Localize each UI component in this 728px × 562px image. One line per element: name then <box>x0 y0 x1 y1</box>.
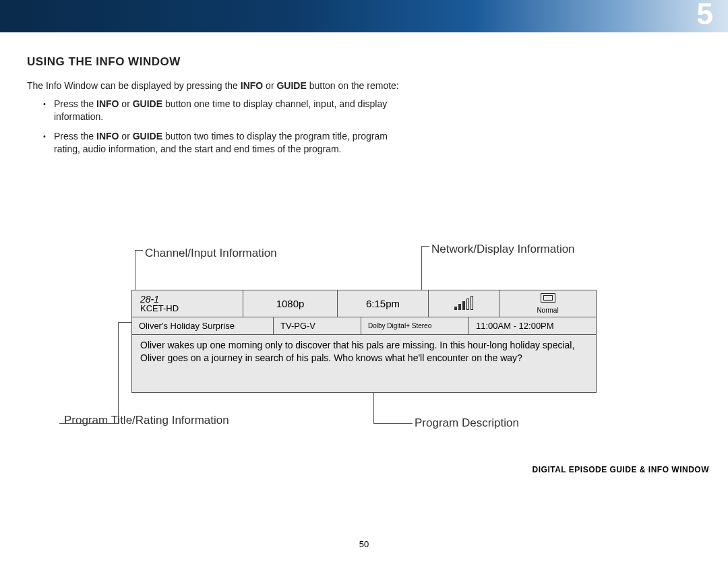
callout-channel-input: Channel/Input Information <box>145 247 277 260</box>
section-heading: USING THE INFO WINDOW <box>27 55 701 69</box>
callout-line <box>59 423 119 424</box>
bullet-text: or <box>119 98 132 109</box>
bullet-bold-info: INFO <box>96 98 119 109</box>
footer-section-label: DIGITAL EPISODE GUIDE & INFO WINDOW <box>533 465 709 474</box>
intro-text: The Info Window can be displayed by pres… <box>27 80 241 91</box>
program-audio: Dolby Digital+ Stereo <box>361 317 469 334</box>
signal-cell <box>429 290 499 317</box>
program-rating: TV-PG-V <box>274 317 361 334</box>
instruction-list: Press the INFO or GUIDE button one time … <box>27 98 404 156</box>
channel-name: KCET-HD <box>140 304 235 313</box>
clock-cell: 6:15pm <box>338 290 429 317</box>
intro-paragraph: The Info Window can be displayed by pres… <box>27 80 404 92</box>
callout-line <box>135 250 143 251</box>
chapter-number: 5 <box>697 0 713 31</box>
header-bar: 5 <box>0 0 728 32</box>
program-times: 11:00AM - 12:00PM <box>469 317 596 334</box>
channel-number: 28-1 <box>140 294 235 304</box>
list-item: Press the INFO or GUIDE button one time … <box>54 98 404 123</box>
callout-line <box>118 322 119 423</box>
program-description: Oliver wakes up one morning only to disc… <box>132 335 596 392</box>
list-item: Press the INFO or GUIDE button two times… <box>54 130 404 156</box>
content-area: USING THE INFO WINDOW The Info Window ca… <box>0 32 728 155</box>
signal-bars-icon <box>454 298 473 310</box>
aspect-label: Normal <box>537 307 558 314</box>
info-row-program: Oliver's Holiday Surprise TV-PG-V Dolby … <box>132 317 596 335</box>
info-window-example: 28-1 KCET-HD 1080p 6:15pm Normal Oliver <box>131 290 597 393</box>
callout-program-description: Program Description <box>415 416 519 430</box>
channel-cell: 28-1 KCET-HD <box>132 290 243 317</box>
intro-text: or <box>263 80 276 91</box>
callout-line <box>373 423 413 424</box>
intro-bold-guide: GUIDE <box>276 80 306 91</box>
info-window-diagram: Channel/Input Information Network/Displa… <box>0 241 728 457</box>
bullet-text: or <box>119 131 132 142</box>
callout-network-display: Network/Display Information <box>431 243 575 256</box>
callout-program-title-rating: Program Title/Rating Information <box>64 414 229 427</box>
aspect-cell: Normal <box>499 290 596 317</box>
bullet-text: Press the <box>54 98 96 109</box>
intro-text: button on the remote: <box>307 80 399 91</box>
bullet-bold-guide: GUIDE <box>133 98 162 109</box>
bullet-bold-guide: GUIDE <box>133 131 162 142</box>
intro-bold-info: INFO <box>241 80 263 91</box>
aspect-ratio-icon <box>541 293 555 303</box>
resolution-cell: 1080p <box>243 290 338 317</box>
program-title: Oliver's Holiday Surprise <box>132 317 274 334</box>
page-number: 50 <box>0 539 728 549</box>
callout-line <box>421 246 429 247</box>
bullet-bold-info: INFO <box>96 131 119 142</box>
bullet-text: Press the <box>54 131 96 142</box>
info-row-channel: 28-1 KCET-HD 1080p 6:15pm Normal <box>132 290 596 317</box>
